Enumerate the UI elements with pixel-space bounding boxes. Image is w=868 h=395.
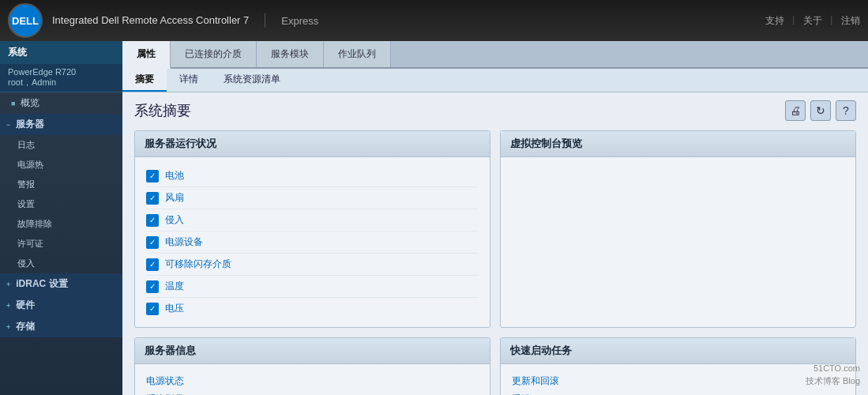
tab-summary[interactable]: 摘要 [122,69,167,92]
watermark: 51CTO.com 技术博客 Blog [806,363,860,387]
server-info-card-header: 服务器信息 [135,338,490,364]
plus-icon: + [6,323,10,331]
quick-tasks-card-body: 更新和回滚 重设 iDRAC [501,364,855,395]
sidebar-item-troubleshoot[interactable]: 故障排除 [0,214,122,234]
refresh-icon: ↻ [816,104,825,117]
page-title-bar: 系统摘要 🖨 ↻ ? [134,100,856,121]
intrusion-link[interactable]: 侵入 [165,213,184,227]
minus-icon: − [6,121,10,129]
tab-inventory[interactable]: 系统资源清单 [211,69,293,92]
plus-icon: + [6,280,10,288]
content-area: 系统摘要 🖨 ↻ ? 服务器运行状况 [122,92,868,395]
refresh-button[interactable]: ↻ [810,100,831,121]
status-temperature: ✓ 温度 [146,276,479,298]
sidebar-item-log[interactable]: 日志 [0,135,122,155]
status-removable-flash: ✓ 可移除闪存介质 [146,254,479,276]
sidebar-system-header: 系统 [0,41,122,64]
about-link[interactable]: 关于 [803,14,822,28]
server-status-card-body: ✓ 电池 ✓ 风扇 ✓ 侵入 ✓ 电源设备 [135,157,490,327]
check-fan: ✓ [146,192,159,205]
tab-job-queue[interactable]: 作业队列 [324,41,391,67]
sidebar-item-license[interactable]: 许可证 [0,234,122,254]
sidebar: 系统 PowerEdge R720 root，Admin ■ 概览 − 服务器 … [0,41,122,395]
sidebar-server-model: PowerEdge R720 root，Admin [0,64,122,92]
server-info-card-body: 电源状态 系统型号 系统修订 系统型号描述 [135,364,490,395]
check-power-supply: ✓ [146,236,159,249]
logout-link[interactable]: 注销 [841,14,860,28]
print-icon: 🖨 [790,104,801,117]
server-status-card-header: 服务器运行状况 [135,131,490,157]
minus-icon: ■ [11,100,15,107]
virtual-console-card-body [501,157,855,276]
print-button[interactable]: 🖨 [785,100,806,121]
fan-link[interactable]: 风扇 [165,191,184,205]
sidebar-item-idrac[interactable]: + iDRAC 设置 [0,273,122,295]
header-links: 支持 丨 关于 丨 注销 [765,14,860,28]
status-battery: ✓ 电池 [146,165,479,187]
quick-tasks-card-header: 快速启动任务 [501,338,855,364]
header: DELL Integrated Dell Remote Access Contr… [0,0,868,41]
header-express: Express [281,15,765,27]
check-voltage: ✓ [146,303,159,315]
sidebar-item-power-thermal[interactable]: 电源热 [0,155,122,175]
support-link[interactable]: 支持 [765,14,784,28]
power-state-link[interactable]: 电源状态 [146,372,479,390]
battery-link[interactable]: 电池 [165,169,184,182]
status-intrusion: ✓ 侵入 [146,209,479,231]
reset-idrac-link[interactable]: 重设 iDRAC [512,390,844,395]
layout: 系统 PowerEdge R720 root，Admin ■ 概览 − 服务器 … [0,41,868,395]
cards-grid: 服务器运行状况 ✓ 电池 ✓ 风扇 ✓ 侵入 [134,130,856,395]
removable-flash-link[interactable]: 可移除闪存介质 [165,258,231,271]
temperature-link[interactable]: 温度 [165,280,184,293]
server-info-card: 服务器信息 电源状态 系统型号 系统修订 系统型号描述 [134,337,490,395]
help-button[interactable]: ? [836,100,856,121]
tab-connected-media[interactable]: 已连接的介质 [171,41,257,67]
check-battery: ✓ [146,170,159,182]
dell-logo: DELL [8,3,43,38]
plus-icon: + [6,302,10,310]
voltage-link[interactable]: 电压 [165,302,184,315]
toolbar-icons: 🖨 ↻ ? [785,100,856,121]
quick-tasks-card: 快速启动任务 更新和回滚 重设 iDRAC [500,337,856,395]
update-rollback-link[interactable]: 更新和回滚 [512,372,844,390]
sidebar-item-storage[interactable]: + 存储 [0,316,122,337]
page-title: 系统摘要 [134,101,191,120]
sidebar-item-alert[interactable]: 警报 [0,175,122,194]
help-icon: ? [843,104,849,117]
status-voltage: ✓ 电压 [146,298,479,319]
sidebar-item-hardware[interactable]: + 硬件 [0,295,122,316]
sidebar-item-intrusion[interactable]: 侵入 [0,254,122,273]
tabs-sub: 摘要 详情 系统资源清单 [122,69,868,92]
sidebar-item-settings[interactable]: 设置 [0,194,122,214]
check-intrusion: ✓ [146,214,159,227]
status-fan: ✓ 风扇 [146,187,479,209]
tabs-top: 属性 已连接的介质 服务模块 作业队列 [122,41,868,69]
tab-service-module[interactable]: 服务模块 [257,41,324,67]
status-power-supply: ✓ 电源设备 [146,231,479,254]
check-temperature: ✓ [146,280,159,293]
check-removable-flash: ✓ [146,258,159,271]
tab-properties[interactable]: 属性 [122,41,171,69]
system-model-link[interactable]: 系统型号 [146,390,479,395]
virtual-console-card-header: 虚拟控制台预览 [501,131,855,157]
server-status-card: 服务器运行状况 ✓ 电池 ✓ 风扇 ✓ 侵入 [134,130,490,328]
sidebar-item-overview[interactable]: ■ 概览 [0,92,122,114]
virtual-console-card: 虚拟控制台预览 [500,130,856,328]
main-content: 属性 已连接的介质 服务模块 作业队列 摘要 详情 系统资源清单 系统摘要 🖨 … [122,41,868,395]
header-title: Integrated Dell Remote Access Controller… [52,13,265,28]
power-supply-link[interactable]: 电源设备 [165,235,203,249]
sidebar-item-server[interactable]: − 服务器 [0,114,122,135]
tab-details[interactable]: 详情 [167,69,211,92]
